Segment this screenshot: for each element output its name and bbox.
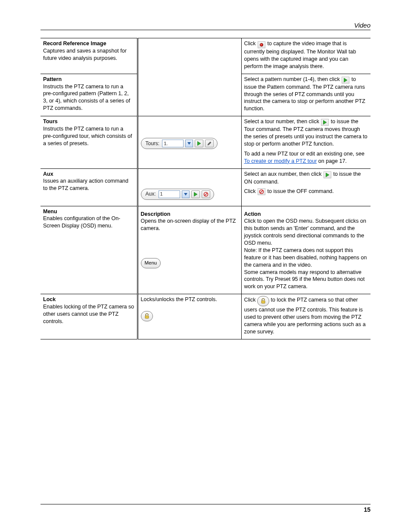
control-cell	[137, 38, 241, 116]
aux-on-button[interactable]	[191, 190, 200, 198]
feature-title: Aux	[43, 171, 134, 178]
svg-marker-5	[194, 192, 197, 196]
action-text-pre: Select a pattern number (1-4), then clic…	[244, 76, 342, 82]
aux-control: Aux: 1	[141, 189, 214, 200]
menu-button[interactable]: Menu	[141, 258, 161, 268]
feature-title: Record Reference Image	[43, 40, 134, 47]
aux-off-button[interactable]	[202, 190, 210, 198]
feature-title: Pattern	[43, 76, 134, 83]
menu-button-label: Menu	[145, 260, 157, 267]
play-icon[interactable]	[324, 171, 331, 178]
play-icon[interactable]	[321, 119, 329, 126]
tours-label: Tours:	[146, 140, 160, 147]
action-cell: Select an aux number, then click to issu…	[241, 168, 371, 206]
control-cell: Aux: 1	[137, 168, 241, 206]
record-icon[interactable]	[258, 41, 265, 48]
tours-control: Tours: 1.	[141, 138, 218, 149]
lock-control-desc: Locks/unlocks the PTZ controls.	[141, 296, 239, 303]
svg-marker-2	[197, 141, 201, 146]
action-text-pre: Click	[244, 40, 258, 47]
header-section-label: Video	[354, 22, 371, 29]
control-cell: Tours: 1.	[137, 116, 241, 168]
menu-action-text: Click to open the OSD menu. Subsequent c…	[244, 218, 368, 290]
aux-off-text-pre: Click	[244, 188, 258, 194]
lock-action-pre: Click	[244, 297, 258, 303]
control-cell: Locks/unlocks the PTZ controls.	[137, 294, 241, 339]
table-row: Tours Instructs the PTZ camera to run a …	[40, 116, 371, 168]
aux-label: Aux:	[146, 190, 156, 197]
action-cell: Select a tour number, then click to issu…	[241, 116, 371, 168]
page-number: 15	[364, 506, 371, 513]
tours-number-input[interactable]: 1.	[162, 140, 184, 147]
feature-desc: Enables locking of the PTZ camera so oth…	[43, 303, 134, 325]
feature-desc: Captures and saves a snapshot for future…	[43, 47, 134, 62]
table-row: Record Reference Image Captures and save…	[40, 38, 371, 74]
table-row: Aux Issues an auxiliary action command t…	[40, 168, 371, 206]
action-cell: Action Click to open the OSD menu. Subse…	[241, 206, 371, 294]
description-subhead: Description	[141, 211, 239, 218]
stop-icon[interactable]	[258, 188, 265, 195]
control-cell: Description Opens the on-screen display …	[137, 206, 241, 294]
action-cell: Click Click to capture the video image t…	[241, 38, 371, 74]
svg-line-10	[260, 190, 263, 193]
svg-marker-1	[187, 142, 191, 145]
lock-icon-inline[interactable]	[257, 296, 269, 306]
tours-edit-button[interactable]	[205, 140, 214, 147]
action-cell: Select a pattern number (1-4), then clic…	[241, 74, 371, 116]
aux-dropdown-button[interactable]	[182, 190, 190, 198]
control-desc: Opens the on-screen display of the PTZ c…	[141, 218, 239, 232]
play-icon[interactable]	[342, 77, 349, 84]
feature-desc: Instructs the PTZ camera to run a pre-co…	[43, 83, 134, 112]
aux-number-input[interactable]: 1	[159, 190, 180, 198]
feature-title: Menu	[43, 208, 134, 215]
svg-marker-0	[344, 78, 347, 82]
page-header: Video	[40, 22, 371, 30]
feature-title: Lock	[43, 296, 134, 303]
lock-toggle[interactable]	[141, 311, 153, 321]
feature-desc: Instructs the PTZ camera to run a pre-co…	[43, 125, 134, 147]
action-text2-pre: To add a new PTZ tour or edit an existin…	[244, 151, 364, 157]
lock-icon	[260, 298, 266, 304]
tours-play-button[interactable]	[195, 140, 203, 147]
ptz-reference-table: Record Reference Image Captures and save…	[40, 38, 371, 339]
action-text2-post: on page 17.	[318, 158, 347, 164]
action-subhead: Action	[244, 211, 368, 218]
tours-dropdown-button[interactable]	[185, 140, 193, 147]
lock-icon	[144, 313, 150, 319]
aux-on-text-pre: Select an aux number, then click	[244, 171, 323, 177]
action-text-pre: Select a tour number, then click	[244, 118, 321, 124]
svg-line-7	[205, 193, 207, 196]
aux-off-text-post: to issue the OFF command.	[268, 188, 334, 194]
svg-marker-4	[184, 193, 187, 196]
action-cell: Click to lock the PTZ camera so that oth…	[241, 294, 371, 339]
feature-desc: Enables configuration of the On-Screen D…	[43, 215, 134, 230]
svg-rect-12	[262, 301, 265, 303]
table-row: Menu Enables configuration of the On-Scr…	[40, 206, 371, 294]
svg-rect-11	[145, 316, 149, 318]
tour-link[interactable]: To create or modify a PTZ tour	[244, 158, 317, 164]
svg-marker-3	[323, 120, 327, 124]
feature-desc: Issues an auxiliary action command to th…	[43, 177, 134, 192]
table-row: Lock Enables locking of the PTZ camera s…	[40, 294, 371, 339]
page-footer: 15	[40, 504, 371, 513]
feature-title: Tours	[43, 118, 134, 125]
svg-marker-8	[326, 173, 329, 177]
